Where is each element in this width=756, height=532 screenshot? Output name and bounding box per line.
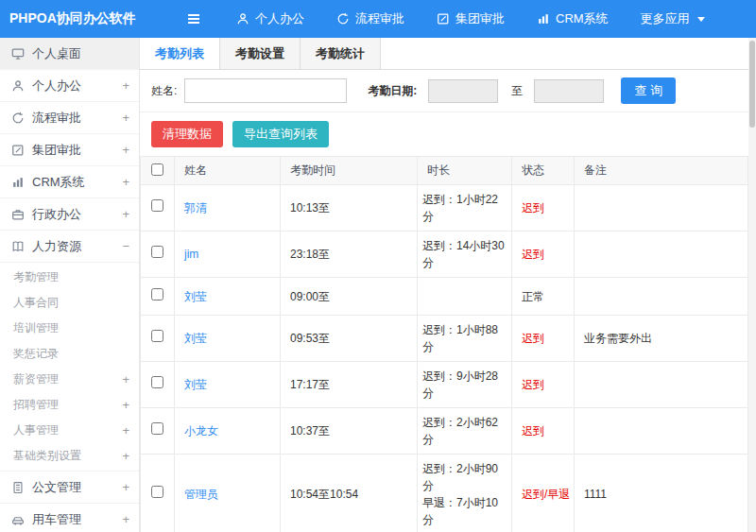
row-checkbox[interactable] xyxy=(151,246,163,258)
tab-attendance-list[interactable]: 考勤列表 xyxy=(140,38,220,69)
scrollbar-thumb[interactable] xyxy=(749,41,755,128)
table-row: 郭清 10:13至 迟到：1小时22分 迟到 xyxy=(141,185,748,232)
sidebar-subitem-hr-contract[interactable]: 人事合同 xyxy=(0,290,139,316)
expand-toggle[interactable]: + xyxy=(122,480,129,494)
employee-name-link[interactable]: 管理员 xyxy=(184,488,218,501)
row-checkbox[interactable] xyxy=(151,199,163,212)
hamburger-icon xyxy=(185,11,202,26)
expand-toggle[interactable]: + xyxy=(122,207,129,221)
export-list-button[interactable]: 导出查询列表 xyxy=(232,121,329,147)
sidebar-subitem-personnel-management[interactable]: 人事管理 + xyxy=(0,418,139,443)
note-cell xyxy=(575,232,748,278)
topbar: PHPOA协同办公软件 个人办公 流程审批 集团审批 xyxy=(0,0,756,38)
expand-toggle[interactable]: + xyxy=(122,175,129,189)
tab-attendance-statistics[interactable]: 考勤统计 xyxy=(301,38,381,69)
duration-cell: 迟到：14小时30分 xyxy=(418,232,512,278)
expand-toggle[interactable]: + xyxy=(122,398,129,412)
tab-attendance-settings[interactable]: 考勤设置 xyxy=(220,38,301,69)
name-filter-input[interactable] xyxy=(184,78,347,103)
employee-name-link[interactable]: 郭清 xyxy=(184,201,207,215)
date-start-input[interactable] xyxy=(428,79,498,103)
expand-toggle[interactable]: + xyxy=(122,111,129,125)
expand-toggle[interactable]: + xyxy=(122,78,129,93)
sidebar-subitem-attendance-management[interactable]: 考勤管理 xyxy=(0,265,139,290)
sidebar-item-label: 人力资源 xyxy=(32,238,81,255)
sidebar-item-group-approval[interactable]: 集团审批 + xyxy=(0,134,139,166)
chart-icon xyxy=(11,176,25,189)
select-all-checkbox[interactable] xyxy=(151,163,163,176)
chart-icon xyxy=(537,12,550,26)
sidebar-subitem-training-management[interactable]: 培训管理 xyxy=(0,316,139,341)
column-header-status: 状态 xyxy=(512,157,575,185)
nav-label: 个人办公 xyxy=(255,10,304,27)
main-layout: 个人桌面 个人办公 + 流程审批 + 集团审批 + xyxy=(0,38,756,532)
menu-toggle[interactable] xyxy=(185,11,202,26)
employee-name-link[interactable]: 刘莹 xyxy=(184,332,207,345)
sidebar-item-document-management[interactable]: 公文管理 + xyxy=(0,472,139,504)
table-row: jim 23:18至 迟到：14小时30分 迟到 xyxy=(141,232,748,278)
filter-bar: 姓名: 考勤日期: 至 查 询 xyxy=(140,70,756,112)
expand-toggle[interactable]: + xyxy=(122,143,129,157)
nav-label: 流程审批 xyxy=(355,10,404,27)
expand-toggle[interactable]: + xyxy=(122,449,129,463)
status-badge: 正常 xyxy=(512,278,575,316)
nav-process-approval[interactable]: 流程审批 xyxy=(336,10,404,27)
nav-group-approval[interactable]: 集团审批 xyxy=(437,10,505,27)
sidebar-item-personal-desktop[interactable]: 个人桌面 xyxy=(0,38,139,70)
briefcase-icon xyxy=(11,208,25,221)
sidebar-item-admin-office[interactable]: 行政办公 + xyxy=(0,198,139,231)
nav-crm-system[interactable]: CRM系统 xyxy=(537,10,609,27)
hr-submenu: 考勤管理 人事合同 培训管理 奖惩记录 薪资管理 + 招聘管理 + xyxy=(0,263,139,472)
sidebar-item-label: 流程审批 xyxy=(32,110,81,127)
expand-toggle[interactable]: + xyxy=(122,423,129,438)
car-icon xyxy=(11,513,25,526)
collapse-toggle[interactable]: − xyxy=(122,239,129,253)
employee-name-link[interactable]: 刘莹 xyxy=(184,378,207,391)
vertical-scrollbar[interactable] xyxy=(748,38,756,532)
row-checkbox[interactable] xyxy=(151,422,163,435)
expand-toggle[interactable]: + xyxy=(122,372,129,386)
employee-name-link[interactable]: jim xyxy=(184,248,198,261)
row-checkbox[interactable] xyxy=(151,330,163,342)
employee-name-link[interactable]: 小龙女 xyxy=(184,424,218,438)
nav-personal-office[interactable]: 个人办公 xyxy=(236,10,304,27)
sidebar-subitem-label: 培训管理 xyxy=(13,320,59,336)
duration-cell xyxy=(418,278,512,316)
doc-icon xyxy=(11,481,25,494)
chevron-down-icon xyxy=(697,17,705,22)
clean-data-button[interactable]: 清理数据 xyxy=(151,121,223,147)
expand-toggle[interactable]: + xyxy=(122,512,129,526)
sidebar-item-process-approval[interactable]: 流程审批 + xyxy=(0,102,139,134)
sidebar-item-personal-office[interactable]: 个人办公 + xyxy=(0,70,139,102)
sidebar-subitem-base-category-settings[interactable]: 基础类别设置 + xyxy=(0,443,139,469)
sidebar-subitem-recruit-management[interactable]: 招聘管理 + xyxy=(0,392,139,418)
sidebar: 个人桌面 个人办公 + 流程审批 + 集团审批 + xyxy=(0,38,140,532)
row-checkbox[interactable] xyxy=(151,376,163,388)
sidebar-item-label: CRM系统 xyxy=(32,174,85,191)
search-button[interactable]: 查 询 xyxy=(621,77,676,104)
note-cell xyxy=(575,408,748,455)
date-end-input[interactable] xyxy=(534,79,604,103)
sidebar-item-crm-system[interactable]: CRM系统 + xyxy=(0,166,139,198)
sidebar-subitem-label: 薪资管理 xyxy=(13,371,59,387)
attendance-time: 09:53至 xyxy=(281,316,418,362)
sidebar-item-human-resources[interactable]: 人力资源 − xyxy=(0,231,139,263)
sidebar-item-label: 个人办公 xyxy=(32,77,81,94)
table-row: 刘莹 17:17至 迟到：9小时28分 迟到 xyxy=(141,362,748,408)
sidebar-item-vehicle-management[interactable]: 用车管理 + xyxy=(0,504,139,532)
column-header-name: 姓名 xyxy=(175,157,281,185)
row-checkbox[interactable] xyxy=(151,288,163,300)
sidebar-subitem-salary-management[interactable]: 薪资管理 + xyxy=(0,367,139,392)
nav-label: 更多应用 xyxy=(641,10,690,27)
nav-label: 集团审批 xyxy=(455,10,505,27)
status-badge: 迟到 xyxy=(512,232,575,278)
row-checkbox[interactable] xyxy=(151,486,163,498)
edit-icon xyxy=(437,12,450,26)
nav-more-apps[interactable]: 更多应用 xyxy=(641,10,705,27)
employee-name-link[interactable]: 刘莹 xyxy=(184,290,207,303)
note-cell: 1111 xyxy=(575,455,748,532)
sidebar-subitem-reward-punishment[interactable]: 奖惩记录 xyxy=(0,341,139,367)
status-badge: 迟到 xyxy=(512,408,575,455)
sidebar-subitem-label: 奖惩记录 xyxy=(13,346,59,362)
date-to-label: 至 xyxy=(511,83,523,99)
